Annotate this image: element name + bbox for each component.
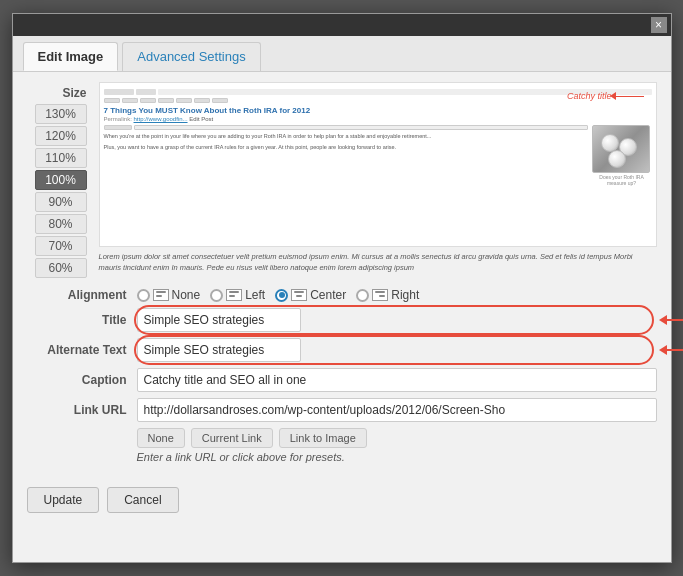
align-left-radio[interactable] [210,289,223,302]
title-label: Title [27,313,137,327]
link-to-image-button[interactable]: Link to Image [279,428,367,448]
catchy-label: Catchy title [567,91,612,101]
cancel-button[interactable]: Cancel [107,487,178,513]
align-right-icon [372,289,388,301]
tab-advanced-settings[interactable]: Advanced Settings [122,42,260,71]
align-none-label: None [172,288,201,302]
dialog-body: Size 130% 120% 110% 100% 90% 80% 70% 60%… [13,72,671,473]
size-130[interactable]: 130% [35,104,87,124]
link-hint: Enter a link URL or click above for pres… [137,451,657,463]
alignment-options: None Left Center Rig [137,288,420,302]
alt-text-input[interactable] [137,338,301,362]
current-link-button[interactable]: Current Link [191,428,273,448]
lorem-preview: Lorem ipsum dolor sit amet consectetuer … [99,251,657,274]
update-button[interactable]: Update [27,487,100,513]
tab-edit-image[interactable]: Edit Image [23,42,119,71]
align-center-option[interactable]: Center [275,288,346,302]
preview-image: Catchy title [99,82,657,247]
align-left-icon [226,289,242,301]
align-center-radio[interactable] [275,289,288,302]
alignment-label: Alignment [27,288,137,302]
close-button[interactable]: × [651,17,667,33]
align-center-icon [291,289,307,301]
alt-text-label: Alternate Text [27,343,137,357]
size-80[interactable]: 80% [35,214,87,234]
dialog-titlebar: × [13,14,671,36]
title-input[interactable] [137,308,301,332]
alt-text-arrow-annotation [659,345,684,355]
alt-text-row: Alternate Text [27,338,657,362]
align-left-label: Left [245,288,265,302]
fields-section: Alignment None Left Ce [27,288,657,463]
link-url-label: Link URL [27,403,137,417]
size-120[interactable]: 120% [35,126,87,146]
alt-text-input-wrap [137,338,657,362]
align-none-icon [153,289,169,301]
main-content: Size 130% 120% 110% 100% 90% 80% 70% 60%… [27,82,657,280]
caption-row: Caption [27,368,657,392]
caption-label: Caption [27,373,137,387]
bottom-buttons: Update Cancel [13,477,671,523]
none-link-button[interactable]: None [137,428,185,448]
align-right-option[interactable]: Right [356,288,419,302]
size-90[interactable]: 90% [35,192,87,212]
align-none-option[interactable]: None [137,288,201,302]
caption-input[interactable] [137,368,657,392]
link-url-buttons: None Current Link Link to Image [137,428,657,448]
size-60[interactable]: 60% [35,258,87,278]
tabs-bar: Edit Image Advanced Settings [13,36,671,72]
link-url-input[interactable] [137,398,657,422]
size-70[interactable]: 70% [35,236,87,256]
title-row: Title [27,308,657,332]
align-center-label: Center [310,288,346,302]
preview-area: Catchy title [99,82,657,280]
align-right-label: Right [391,288,419,302]
align-none-radio[interactable] [137,289,150,302]
alignment-row: Alignment None Left Ce [27,288,657,302]
size-panel: Size 130% 120% 110% 100% 90% 80% 70% 60% [27,82,87,280]
title-input-wrap [137,308,657,332]
dialog: × Edit Image Advanced Settings Size 130%… [12,13,672,563]
align-right-radio[interactable] [356,289,369,302]
size-110[interactable]: 110% [35,148,87,168]
size-label: Size [62,86,86,100]
title-arrow-annotation [659,315,684,325]
size-100[interactable]: 100% [35,170,87,190]
align-left-option[interactable]: Left [210,288,265,302]
link-url-row: Link URL [27,398,657,422]
